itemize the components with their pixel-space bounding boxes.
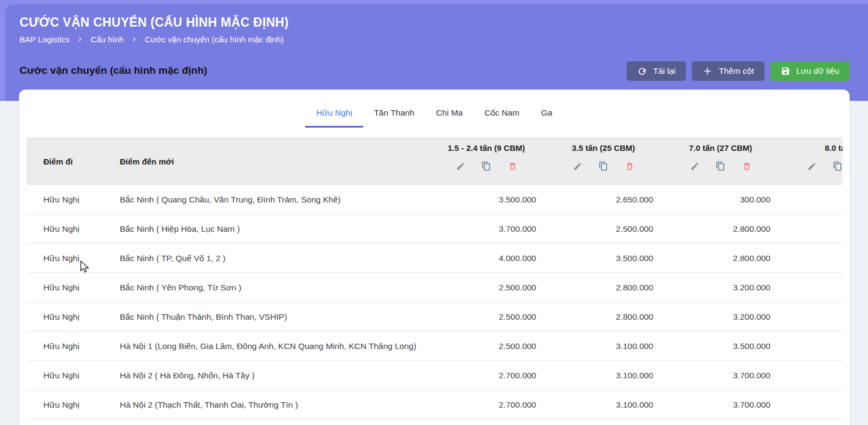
weight-column-header: 8.0 tấn — [779, 137, 843, 185]
trash-icon[interactable] — [507, 161, 517, 171]
weight-column-headers: 1.5 - 2.4 tấn (9 CBM) — [428, 137, 843, 185]
destination-cell[interactable]: Bắc Ninh ( TP, Quế Võ 1, 2 ) — [120, 253, 428, 263]
chevron-right-icon — [76, 35, 84, 43]
weight-column-header: 3.5 tấn (25 CBM) — [545, 137, 662, 185]
column-actions — [573, 161, 634, 171]
trash-icon[interactable] — [625, 161, 634, 171]
price-cell[interactable]: 2.800.000 — [545, 312, 662, 322]
price-cell[interactable]: 4.000.000 — [428, 253, 545, 263]
weight-column-label: 3.5 tấn (25 CBM) — [572, 143, 635, 154]
edit-pencil-icon[interactable] — [690, 161, 699, 171]
breadcrumb-item-current: Cước vận chuyển (cấu hình mặc định) — [145, 35, 284, 44]
origin-cell: Hữu Nghị — [27, 283, 120, 293]
table-row: Hữu Nghị Hà Nội 1 (Long Biên, Gia Lâm, Đ… — [27, 332, 843, 361]
edit-pencil-icon[interactable] — [573, 161, 582, 171]
price-cell[interactable]: 3.700.000 — [428, 224, 545, 234]
price-cell[interactable]: 2.800.000 — [662, 224, 779, 234]
price-cell[interactable]: 3.100.000 — [545, 371, 662, 380]
page-title: Cước vận chuyển (cấu hình mặc định) — [20, 65, 207, 77]
price-cell[interactable]: 2.800.000 — [662, 253, 779, 263]
plus-icon — [702, 66, 713, 77]
destination-cell[interactable]: Bắc Ninh ( Yên Phong, Từ Sơn ) — [120, 283, 428, 293]
breadcrumb-item-root[interactable]: BAP Logistics — [20, 35, 69, 44]
price-cell[interactable]: 3.500.000 — [428, 195, 545, 205]
copy-icon[interactable] — [716, 161, 725, 171]
page-heading: CƯỚC VẬN CHUYỂN (CẤU HÌNH MẶC ĐỊNH) — [20, 15, 288, 30]
destination-cell[interactable]: Hà Nội 2 ( Hà Đông, Nhổn, Hà Tây ) — [120, 371, 428, 380]
price-cell[interactable]: 3.100.000 — [545, 341, 662, 351]
weight-column-header: 1.5 - 2.4 tấn (9 CBM) — [428, 137, 545, 185]
price-cell[interactable]: 3.700.000 — [662, 371, 779, 380]
destination-cell[interactable]: Hà Nội 1 (Long Biên, Gia Lâm, Đông Anh, … — [120, 341, 428, 351]
tab-item[interactable]: Cốc Nam — [473, 98, 530, 128]
price-cell[interactable]: 2.500.000 — [428, 341, 545, 351]
tab-item[interactable]: Tân Thanh — [363, 98, 426, 128]
destination-cell[interactable]: Hà Nội 2 (Thạch Thất, Thanh Oai, Thường … — [120, 400, 428, 410]
floppy-icon — [781, 66, 790, 76]
origin-cell: Hữu Nghị — [27, 400, 120, 410]
table-row: Hữu Nghị Bắc Ninh ( TP, Quế Võ 1, 2 ) 4.… — [27, 244, 843, 273]
price-cell[interactable]: 3.500.000 — [545, 253, 662, 263]
price-cell[interactable]: 3.200.000 — [662, 312, 779, 322]
app-header: CƯỚC VẬN CHUYỂN (CẤU HÌNH MẶC ĐỊNH) BAP … — [20, 15, 288, 44]
destination-cell[interactable]: Bắc Ninh ( Quang Châu, Vân Trung, Đình T… — [120, 195, 428, 205]
add-column-button[interactable]: Thêm cột — [692, 61, 764, 81]
origin-cell: Hữu Nghị — [27, 312, 120, 322]
origin-cell: Hữu Nghị — [27, 253, 120, 263]
column-actions — [455, 161, 517, 171]
column-actions — [690, 161, 751, 171]
tab-item[interactable]: Chi Ma — [425, 98, 473, 128]
price-cell[interactable]: 2.800.000 — [545, 283, 662, 293]
table-row: Hữu Nghị Hà Nội 2 ( Hà Đông, Nhổn, Hà Tâ… — [27, 361, 843, 390]
price-cell[interactable]: 2.500.000 — [428, 312, 545, 322]
breadcrumb: BAP Logistics Cấu hình Cước vận chuyển (… — [20, 35, 288, 44]
reload-button[interactable]: Tải lại — [627, 61, 686, 81]
price-cell[interactable]: 2.700.000 — [428, 400, 545, 410]
origin-column-header: Điểm đi — [27, 137, 120, 185]
price-cell[interactable]: 2.650.000 — [545, 195, 662, 205]
table-header-row: Điểm đi Điểm đến mới 1.5 - 2.4 tấn (9 CB… — [27, 137, 843, 185]
save-button-label: Lưu dữ liệu — [796, 66, 839, 76]
price-cell[interactable]: 2.700.000 — [428, 371, 545, 380]
copy-icon[interactable] — [833, 161, 843, 171]
tab-bar: Hữu Nghị Tân Thanh Chi Ma Cốc Nam Ga — [19, 98, 850, 128]
tab-item[interactable]: Ga — [530, 98, 563, 128]
breadcrumb-item-config[interactable]: Cấu hình — [91, 35, 124, 44]
weight-column-label: 8.0 tấn — [825, 143, 843, 154]
tab-item[interactable]: Hữu Nghị — [305, 98, 363, 128]
save-button[interactable]: Lưu dữ liệu — [770, 61, 850, 81]
chevron-right-icon — [130, 35, 138, 43]
table-row: Hữu Nghị Bắc Ninh ( Quang Châu, Vân Trun… — [27, 185, 843, 214]
destination-cell[interactable]: Bắc Ninh ( Thuận Thành, Bình Than, VSHIP… — [120, 312, 428, 322]
reload-button-label: Tải lại — [653, 66, 676, 76]
origin-cell: Hữu Nghị — [27, 371, 120, 380]
content-card: Hữu Nghị Tân Thanh Chi Ma Cốc Nam Ga Điể… — [19, 90, 850, 425]
price-cell[interactable]: 3.700.000 — [662, 400, 779, 410]
origin-cell: Hữu Nghị — [27, 224, 120, 234]
rates-table-scroll-area[interactable]: Điểm đi Điểm đến mới 1.5 - 2.4 tấn (9 CB… — [27, 137, 843, 420]
edit-pencil-icon[interactable] — [807, 161, 816, 171]
price-cell[interactable]: 3.500.000 — [662, 341, 779, 351]
copy-icon[interactable] — [481, 161, 491, 171]
table-row: Hữu Nghị Bắc Ninh ( Hiệp Hòa, Lục Nam ) … — [27, 214, 843, 244]
weight-column-header: 7.0 tấn (27 CBM) — [662, 137, 779, 185]
column-actions — [807, 161, 843, 171]
table-row: Hữu Nghị Bắc Ninh ( Yên Phong, Từ Sơn ) … — [27, 273, 843, 302]
price-cell[interactable]: 3.100.000 — [545, 400, 662, 410]
price-cell[interactable]: 3.200.000 — [662, 283, 779, 293]
toolbar: Tải lại Thêm cột Lưu dữ liệu — [627, 61, 850, 81]
price-cell[interactable]: 2.500.000 — [545, 224, 662, 234]
copy-icon[interactable] — [599, 161, 608, 171]
table-row: Hữu Nghị Bắc Ninh ( Thuận Thành, Bình Th… — [27, 302, 843, 332]
origin-cell: Hữu Nghị — [27, 195, 120, 205]
destination-cell[interactable]: Bắc Ninh ( Hiệp Hòa, Lục Nam ) — [120, 224, 428, 234]
price-cell[interactable]: 2.500.000 — [428, 283, 545, 293]
edit-pencil-icon[interactable] — [455, 161, 465, 171]
trash-icon[interactable] — [742, 161, 751, 171]
rates-table: Điểm đi Điểm đến mới 1.5 - 2.4 tấn (9 CB… — [27, 137, 843, 420]
price-cell[interactable]: 300.000 — [662, 195, 779, 205]
weight-column-label: 7.0 tấn (27 CBM) — [689, 143, 753, 154]
destination-column-header: Điểm đến mới — [120, 137, 428, 185]
add-column-button-label: Thêm cột — [719, 66, 754, 76]
origin-cell: Hữu Nghị — [27, 341, 120, 351]
